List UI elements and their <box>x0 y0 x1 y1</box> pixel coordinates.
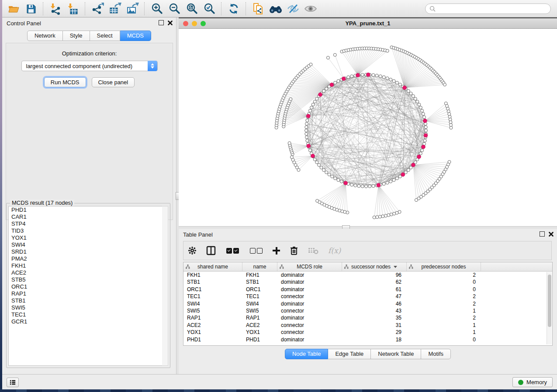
mcds-result-scrollbar[interactable] <box>162 206 168 366</box>
table-cell[interactable]: 0 <box>407 336 481 343</box>
show-all-icon[interactable] <box>302 2 319 16</box>
table-cell[interactable]: 1 <box>407 329 481 336</box>
table-row[interactable]: ORC1ORC1dominator610 <box>183 286 552 293</box>
tab-node-table[interactable]: Node Table <box>285 349 329 359</box>
optimization-criterion-select[interactable]: largest connected component (undirected) <box>21 61 158 71</box>
tab-edge-table[interactable]: Edge Table <box>328 349 371 359</box>
table-cell[interactable]: RAP1 <box>242 314 277 321</box>
table-scrollbar-thumb[interactable] <box>548 275 551 327</box>
float-panel-icon[interactable] <box>159 20 164 25</box>
table-cell[interactable]: 62 <box>342 279 407 285</box>
network-canvas[interactable] <box>179 29 557 226</box>
table-cell[interactable]: YOX1 <box>183 329 242 336</box>
close-panel-button[interactable]: Close panel <box>92 77 135 87</box>
table-cell[interactable]: dominator <box>277 314 342 321</box>
export-network-icon[interactable] <box>89 2 106 16</box>
export-image-icon[interactable] <box>124 2 141 16</box>
tab-motifs[interactable]: Motifs <box>421 349 451 359</box>
find-network-icon[interactable] <box>267 2 284 16</box>
table-cell[interactable]: 29 <box>342 329 407 336</box>
table-cell[interactable]: connector <box>277 329 342 336</box>
table-cell[interactable]: 1 <box>407 307 481 314</box>
table-cell[interactable]: 0 <box>407 286 481 293</box>
table-cell[interactable]: 2 <box>407 293 481 300</box>
export-table-icon[interactable] <box>106 2 124 16</box>
run-mcds-button[interactable]: Run MCDS <box>44 77 86 87</box>
table-cell[interactable]: 18 <box>342 336 407 343</box>
table-cell[interactable]: SWI5 <box>242 307 277 314</box>
clone-network-icon[interactable] <box>249 2 267 16</box>
table-cell[interactable]: ORC1 <box>183 286 242 293</box>
table-cell[interactable]: RAP1 <box>183 314 242 321</box>
mcds-result-node[interactable]: RAP1 <box>9 290 163 297</box>
mcds-result-node[interactable]: TID3 <box>9 227 163 234</box>
table-cell[interactable]: 0 <box>407 279 481 285</box>
select-all-rows-icon[interactable] <box>225 244 239 257</box>
table-cell[interactable]: PHD1 <box>242 336 277 343</box>
zoom-in-icon[interactable] <box>148 2 166 16</box>
refresh-view-icon[interactable] <box>225 2 242 16</box>
zoom-selected-icon[interactable] <box>201 2 218 16</box>
open-file-icon[interactable] <box>5 2 22 16</box>
tab-network[interactable]: Network <box>27 31 63 41</box>
column-header-MCDS-role[interactable]: MCDS role <box>277 262 342 271</box>
tab-network-table[interactable]: Network Table <box>371 349 421 359</box>
table-cell[interactable]: 31 <box>342 322 407 329</box>
table-row[interactable]: SWI4SWI4dominator462 <box>183 300 552 307</box>
search-input[interactable] <box>438 5 550 12</box>
table-row[interactable]: TEC1TEC1connector472 <box>183 293 552 300</box>
import-table-icon[interactable] <box>64 2 82 16</box>
table-cell[interactable]: ACE2 <box>242 322 277 329</box>
column-header-shared-name[interactable]: shared name <box>183 262 242 271</box>
save-session-icon[interactable] <box>22 2 40 16</box>
mcds-result-node[interactable]: GCR1 <box>9 318 163 325</box>
table-cell[interactable]: dominator <box>277 272 342 279</box>
table-cell[interactable]: connector <box>277 293 342 300</box>
mcds-result-node[interactable]: SRD1 <box>9 248 163 255</box>
table-cell[interactable]: dominator <box>277 286 342 293</box>
zoom-fit-icon[interactable] <box>183 2 201 16</box>
float-table-panel-icon[interactable] <box>540 231 545 237</box>
table-cell[interactable]: connector <box>277 322 342 329</box>
deselect-all-rows-icon[interactable] <box>249 244 263 257</box>
table-cell[interactable]: SWI5 <box>183 307 242 314</box>
table-cell[interactable]: 2 <box>407 272 481 279</box>
table-row[interactable]: YOX1YOX1connector291 <box>183 329 552 336</box>
column-header-successor-nodes[interactable]: successor nodes <box>342 262 407 271</box>
table-cell[interactable]: 2 <box>407 314 481 321</box>
table-row[interactable]: PHD1PHD1dominator180 <box>183 336 552 343</box>
search-field[interactable] <box>425 3 551 14</box>
window-close-icon[interactable] <box>183 21 188 26</box>
hide-selected-icon[interactable] <box>284 2 302 16</box>
mcds-result-list[interactable]: PHD1CAR1STP4TID3YOX1SWI4SRD1PMA2FKH1ACE2… <box>8 206 163 366</box>
mcds-result-node[interactable]: PMA2 <box>9 255 163 262</box>
tab-style[interactable]: Style <box>63 31 90 41</box>
mcds-result-node[interactable]: YOX1 <box>9 234 163 241</box>
table-cell[interactable]: STB1 <box>242 279 277 285</box>
memory-button[interactable]: Memory <box>512 377 553 387</box>
zoom-out-icon[interactable] <box>166 2 183 16</box>
window-minimize-icon[interactable] <box>192 21 197 26</box>
delete-column-icon[interactable] <box>290 244 298 257</box>
panel-menu-button[interactable] <box>7 378 19 387</box>
mcds-result-node[interactable]: STB1 <box>9 297 163 304</box>
tab-mcds[interactable]: MCDS <box>120 31 151 41</box>
table-cell[interactable]: YOX1 <box>242 329 277 336</box>
table-cell[interactable]: TEC1 <box>242 293 277 300</box>
table-cell[interactable]: PHD1 <box>183 336 242 343</box>
mcds-result-node[interactable]: SWI4 <box>9 241 163 248</box>
table-scrollbar[interactable] <box>547 272 552 344</box>
table-cell[interactable]: ORC1 <box>242 286 277 293</box>
table-cell[interactable]: ACE2 <box>183 322 242 329</box>
table-cell[interactable]: dominator <box>277 279 342 285</box>
table-cell[interactable]: dominator <box>277 336 342 343</box>
close-panel-icon[interactable] <box>168 21 173 25</box>
table-cell[interactable]: dominator <box>277 300 342 307</box>
table-cell[interactable]: SWI4 <box>183 300 242 307</box>
column-layout-icon[interactable] <box>206 244 216 257</box>
add-column-icon[interactable] <box>273 244 280 257</box>
table-cell[interactable]: 2 <box>407 300 481 307</box>
network-graph[interactable] <box>179 29 557 226</box>
table-cell[interactable]: 47 <box>342 293 407 300</box>
table-row[interactable]: SWI5SWI5connector431 <box>183 307 552 314</box>
